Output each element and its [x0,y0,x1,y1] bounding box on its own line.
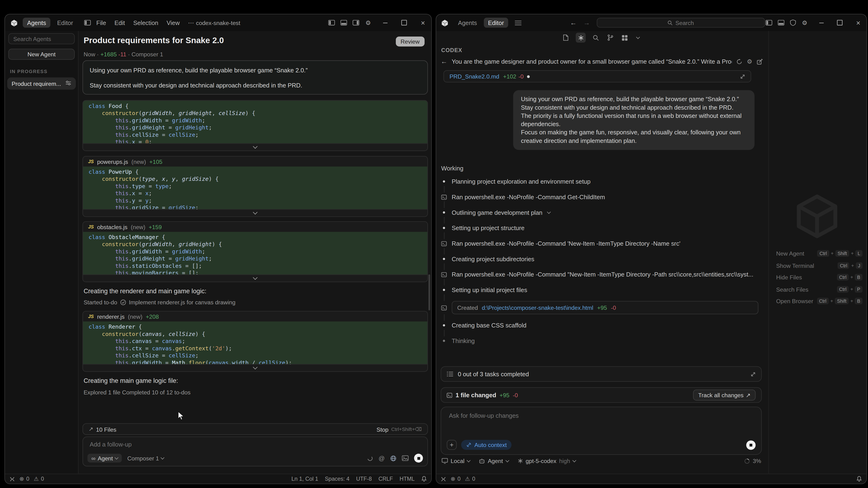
local-selector[interactable]: Local [442,458,470,464]
shield-icon[interactable] [788,18,797,27]
auto-context-chip[interactable]: Auto context [461,440,512,450]
followup-composer[interactable]: ∞ Agent Composer 1 @ [83,436,428,466]
remote-indicator[interactable] [441,476,446,482]
minimize-button[interactable] [816,18,826,28]
stop-button[interactable]: Stop [376,426,389,432]
tab-editor[interactable]: Editor [484,18,508,28]
add-context-button[interactable]: + [447,440,457,450]
expand-icon[interactable] [740,74,745,79]
openai-codex-icon[interactable] [576,33,586,42]
code-file-header[interactable]: JS obstacles.js (new) +159 [83,222,427,232]
tab-agents[interactable]: Agents [454,18,482,28]
tab-editor[interactable]: Editor [53,18,78,28]
gear-icon[interactable]: ⚙ [800,18,809,27]
panel-left-icon[interactable] [327,18,336,27]
menu-view[interactable]: View [166,19,180,26]
files-icon[interactable] [561,33,570,42]
prompt-text[interactable]: You are the game designer and product ow… [452,58,732,65]
changes-card[interactable]: 1 file changed +95 -0 Track all changes↗ [441,387,762,403]
encoding[interactable]: UTF-8 [356,476,372,482]
minimize-button[interactable] [380,18,390,28]
panel-left-icon[interactable] [765,18,773,27]
extensions-icon[interactable] [620,33,629,42]
expand-icon[interactable] [750,371,755,377]
followup-input[interactable] [89,441,401,448]
problems-indicator[interactable]: ⊗0 ⚠0 [19,476,44,482]
sliders-icon [65,80,71,87]
language-mode[interactable]: HTML [400,476,415,482]
maximize-button[interactable] [399,18,409,28]
followup-input[interactable] [448,412,744,419]
image-icon[interactable] [402,455,408,461]
plus-separator: + [850,274,853,280]
mention-icon[interactable]: @ [379,455,385,461]
expand-code-button[interactable] [83,209,427,217]
prd-file-name[interactable]: PRD_Snake2.0.md [450,73,499,80]
stop-generation-button[interactable] [746,440,756,450]
agent-mode-selector[interactable]: Agent [479,458,508,464]
plus-separator: + [850,286,853,292]
remote-indicator[interactable] [9,476,15,482]
file-added: +208 [146,313,159,320]
nav-forward-icon[interactable]: → [583,19,590,27]
close-button[interactable]: × [418,18,428,28]
expand-code-button[interactable] [83,364,427,371]
search-icon[interactable] [591,33,600,42]
back-icon[interactable]: ← [441,58,447,65]
history-icon[interactable] [736,59,743,65]
mode-selector[interactable]: ∞ Agent [88,454,122,462]
bell-icon[interactable] [857,476,862,482]
created-file-card[interactable]: Createdd:\Projects\composer-snake-test\i… [452,301,758,314]
panel-bottom-icon[interactable] [777,18,785,27]
nav-back-icon[interactable]: ← [570,19,577,27]
menu-edit[interactable]: Edit [115,19,125,26]
hamburger-menu-icon[interactable] [514,18,522,27]
track-all-changes-button[interactable]: Track all changes↗ [693,389,756,400]
expand-code-button[interactable] [83,274,427,282]
close-button[interactable]: × [854,18,863,28]
code-file-header[interactable]: JS powerups.js (new) +105 [83,157,427,166]
indentation[interactable]: Spaces: 4 [325,476,349,482]
problems-indicator[interactable]: ⊗0 ⚠0 [451,476,475,482]
chevron-down-icon[interactable] [547,210,551,214]
scrollbar-thumb[interactable] [429,274,430,311]
prd-file-card[interactable]: PRD_Snake2.0.md +102 -0 [443,70,751,83]
tab-agents[interactable]: Agents [23,18,51,28]
globe-icon[interactable] [390,455,397,461]
search-agents-input[interactable] [8,33,75,44]
eol-sequence[interactable]: CRLF [378,476,393,482]
sidebar-item-product-requirements[interactable]: Product requirem... [7,77,76,90]
gear-icon[interactable]: ⚙ [747,58,752,65]
files-bar[interactable]: ↗ 10 Files Stop Ctrl+Shift+⌫ [83,423,428,435]
new-agent-button[interactable]: New Agent [8,49,75,60]
code-file-header[interactable]: JS renderer.js (new) +208 [83,312,427,321]
tasks-card[interactable]: 0 out of 3 tasks completed [441,366,762,382]
maximize-button[interactable] [835,18,845,28]
menu-file[interactable]: File [96,19,106,26]
file-added: +105 [149,158,162,165]
bell-icon[interactable] [421,476,427,482]
review-button[interactable]: Review [396,36,425,46]
edit-icon[interactable] [757,59,763,65]
usage-indicator[interactable]: 3% [744,458,761,464]
followup-composer[interactable]: + Auto context [441,407,762,455]
panel-bottom-icon[interactable] [339,18,348,27]
gear-icon[interactable]: ⚙ [364,18,373,27]
model-selector[interactable]: gpt-5-codex high [517,458,576,464]
chevron-down-icon[interactable] [636,35,640,39]
changes-added: +95 [500,392,509,398]
working-item[interactable]: Outlining game development plan [441,208,762,217]
panel-right-icon[interactable] [351,18,361,27]
stop-generation-button[interactable] [414,454,423,462]
expand-code-button[interactable] [83,143,427,151]
menu-more[interactable]: ⋯ [188,19,194,26]
agent-item-label: Product requirem... [11,80,65,87]
global-search-box[interactable]: Search [596,18,765,28]
working-item[interactable]: Createdd:\Projects\composer-snake-test\i… [441,301,762,314]
keycap: Ctrl [817,250,829,257]
layout-icon[interactable] [83,18,92,27]
branch-icon[interactable] [606,33,615,42]
composer-selector[interactable]: Composer 1 [127,455,164,461]
menu-selection[interactable]: Selection [133,19,158,26]
cursor-position[interactable]: Ln 1, Col 1 [291,476,318,482]
